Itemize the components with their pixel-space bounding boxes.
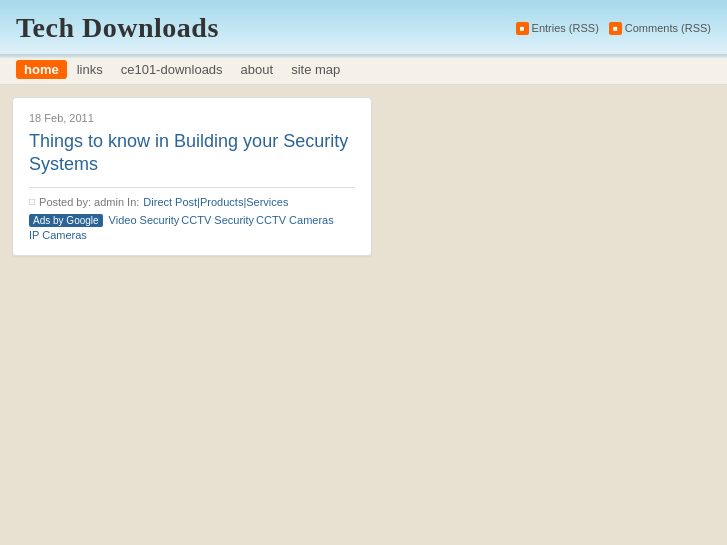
post-meta: □ Posted by: admin In: Direct Post|Produ… (29, 196, 355, 208)
ads-bar: Ads by Google Video Security CCTV Securi… (29, 214, 355, 241)
nav-item-links[interactable]: links (69, 60, 111, 79)
post-meta-text: Posted by: admin In: (39, 196, 139, 208)
comments-rss-icon: ■ (609, 22, 622, 35)
content-area: 18 Feb, 2011 Things to know in Building … (12, 97, 372, 473)
ad-link-ip-cameras[interactable]: IP Cameras (29, 229, 87, 241)
sidebar (384, 97, 715, 473)
comments-rss-link[interactable]: ■ Comments (RSS) (609, 22, 711, 35)
main-layout: 18 Feb, 2011 Things to know in Building … (0, 85, 727, 485)
entries-rss-icon: ■ (516, 22, 529, 35)
ads-by-google-label: Ads by Google (29, 214, 103, 227)
ad-link-cctv-security[interactable]: CCTV Security (181, 214, 254, 226)
entries-rss-label: Entries (RSS) (532, 22, 599, 34)
nav-item-ce101-downloads[interactable]: ce101-downloads (113, 60, 231, 79)
site-header: Tech Downloads ■ Entries (RSS) ■ Comment… (0, 0, 727, 55)
post-date: 18 Feb, 2011 (29, 112, 355, 124)
rss-links: ■ Entries (RSS) ■ Comments (RSS) (516, 22, 711, 35)
site-title: Tech Downloads (16, 12, 219, 44)
post-category-link[interactable]: Direct Post|Products|Services (143, 196, 288, 208)
entries-rss-link[interactable]: ■ Entries (RSS) (516, 22, 599, 35)
ad-link-video-security[interactable]: Video Security (109, 214, 180, 226)
ad-link-cctv-cameras[interactable]: CCTV Cameras (256, 214, 334, 226)
post-meta-icon: □ (29, 196, 35, 207)
comments-rss-label: Comments (RSS) (625, 22, 711, 34)
post-title[interactable]: Things to know in Building your Security… (29, 130, 355, 177)
nav-item-about[interactable]: about (233, 60, 282, 79)
post-divider (29, 187, 355, 188)
post-card: 18 Feb, 2011 Things to know in Building … (12, 97, 372, 256)
nav-item-sitemap[interactable]: site map (283, 60, 348, 79)
nav-item-home[interactable]: home (16, 60, 67, 79)
main-nav: home links ce101-downloads about site ma… (0, 55, 727, 85)
